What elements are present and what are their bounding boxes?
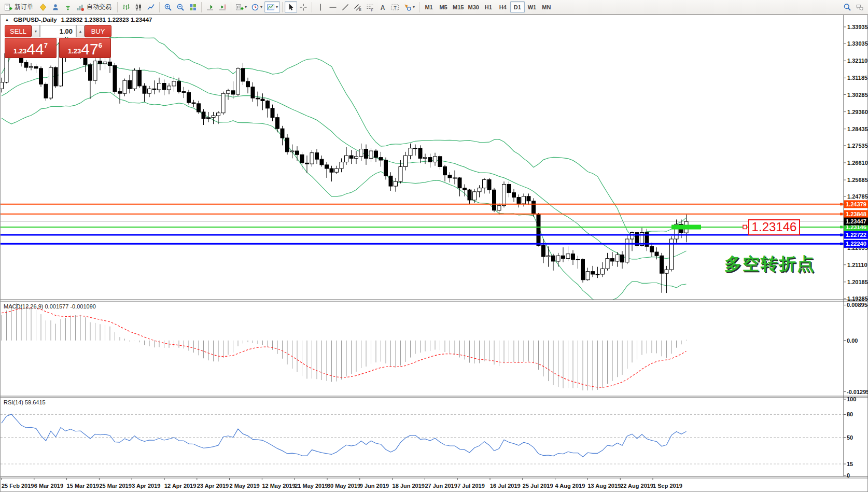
crosshair-icon xyxy=(299,3,307,11)
svg-text:1.24379: 1.24379 xyxy=(846,201,866,207)
autotrading-button[interactable]: 自动交易 xyxy=(74,1,115,13)
timeframe-d1-button[interactable]: D1 xyxy=(510,1,525,13)
svg-text:1.31185: 1.31185 xyxy=(847,75,867,81)
search-icon xyxy=(843,3,851,11)
buy-price-prefix: 1.23 xyxy=(68,47,81,55)
main-toolbar: 新订单 自动交易 ▾ ▾ ▾ E F A T ▾ M1 M5 M15 M30 H… xyxy=(0,0,868,15)
svg-text:1.32110: 1.32110 xyxy=(847,58,867,64)
search-button[interactable] xyxy=(841,1,853,13)
timeframe-m15-button[interactable]: M15 xyxy=(451,1,466,13)
buy-button[interactable]: BUY xyxy=(85,25,111,37)
channel-button[interactable]: E xyxy=(352,1,364,13)
turning-point-annotation[interactable]: 多空转折点 xyxy=(724,252,815,276)
trendline-button[interactable] xyxy=(339,1,352,13)
sell-button[interactable]: SELL xyxy=(5,25,32,37)
signals-button[interactable] xyxy=(62,1,74,13)
horizontal-line-icon xyxy=(329,3,337,11)
macd-indicator-label: MACD(12,26,9) 0.001577 -0.001090 xyxy=(4,303,96,310)
svg-text:3 Apr 2019: 3 Apr 2019 xyxy=(132,483,160,489)
timeframe-mn-button[interactable]: MN xyxy=(539,1,554,13)
buy-price-button[interactable]: 1.23 47 6 xyxy=(59,38,111,58)
svg-text:F: F xyxy=(371,8,373,11)
trade-prices-row: 1.23 44 7 1.23 47 6 xyxy=(5,38,111,58)
chevron-down-icon: ▾ xyxy=(260,5,262,9)
svg-text:1.33935: 1.33935 xyxy=(847,24,868,30)
new-order-label: 新订单 xyxy=(15,3,33,11)
timeframe-m1-button[interactable]: M1 xyxy=(422,1,436,13)
svg-text:0.00: 0.00 xyxy=(847,338,858,344)
tile-windows-button[interactable] xyxy=(187,1,199,13)
svg-text:E: E xyxy=(359,8,362,11)
zoom-out-button[interactable] xyxy=(174,1,187,13)
new-chart-button[interactable]: ▾ xyxy=(233,1,249,13)
svg-text:22 Aug 2019: 22 Aug 2019 xyxy=(620,483,653,489)
svg-text:1.22240: 1.22240 xyxy=(846,241,866,247)
buy-price-pip: 6 xyxy=(99,41,102,49)
svg-text:-0.012957: -0.012957 xyxy=(847,389,868,395)
svg-text:4 Aug 2019: 4 Aug 2019 xyxy=(555,483,585,489)
channel-icon: E xyxy=(354,3,362,11)
svg-text:23 Apr 2019: 23 Apr 2019 xyxy=(197,483,229,489)
candlestick-chart-button[interactable] xyxy=(132,1,145,13)
timeframe-h1-button[interactable]: H1 xyxy=(481,1,496,13)
new-chart-icon xyxy=(235,3,244,11)
new-order-button[interactable]: 新订单 xyxy=(2,1,37,13)
signals-icon xyxy=(64,3,72,11)
svg-text:1.22722: 1.22722 xyxy=(846,232,866,238)
chart-shift-button[interactable] xyxy=(216,1,229,13)
timeframe-h4-button[interactable]: H4 xyxy=(496,1,510,13)
svg-text:80: 80 xyxy=(847,411,853,417)
new-order-icon xyxy=(4,3,12,11)
shapes-button[interactable]: ▾ xyxy=(401,1,417,13)
template-button[interactable]: ▾ xyxy=(264,1,280,13)
price-badges: 1.243791.238481.231461.227221.222401.234… xyxy=(840,200,868,248)
collapse-panel-icon[interactable]: ▲ xyxy=(5,17,9,22)
chevron-down-icon: ▾ xyxy=(245,5,247,9)
bar-chart-button[interactable] xyxy=(120,1,132,13)
svg-text:15: 15 xyxy=(847,461,853,467)
symbol-period-label: GBPUSD-,Daily xyxy=(13,17,57,23)
community-button[interactable] xyxy=(49,1,62,13)
metaeditor-button[interactable] xyxy=(37,1,49,13)
text-button[interactable]: A xyxy=(376,1,389,13)
svg-text:1.33035: 1.33035 xyxy=(847,40,868,47)
sell-price-button[interactable]: 1.23 44 7 xyxy=(5,38,57,58)
line-chart-button[interactable] xyxy=(145,1,157,13)
horizontal-lines[interactable] xyxy=(1,204,844,244)
auto-scroll-icon xyxy=(206,3,214,11)
chevron-down-icon: ▾ xyxy=(276,5,278,9)
toolbar-separator xyxy=(231,2,231,12)
toolbar-right-group xyxy=(841,1,866,13)
timeframe-m30-button[interactable]: M30 xyxy=(466,1,481,13)
svg-text:12 Apr 2019: 12 Apr 2019 xyxy=(164,483,196,489)
volume-increase-button[interactable]: ▲ xyxy=(76,25,85,37)
rsi-indicator-label: RSI(14) 59.6415 xyxy=(4,399,46,405)
buy-price-big: 47 xyxy=(81,43,98,56)
fibonacci-button[interactable]: F xyxy=(364,1,376,13)
auto-scroll-button[interactable] xyxy=(204,1,216,13)
quote-header: ▲ GBPUSD-,Daily 1.22832 1.23831 1.22323 … xyxy=(5,17,152,23)
volume-input[interactable] xyxy=(40,25,76,37)
date-axis[interactable]: 25 Feb 20196 Mar 201915 Mar 201925 Mar 2… xyxy=(2,478,682,489)
zoom-in-button[interactable] xyxy=(162,1,174,13)
cursor-button[interactable] xyxy=(285,1,297,13)
cursor-icon xyxy=(287,3,295,11)
svg-text:1.19285: 1.19285 xyxy=(847,296,868,302)
svg-text:27 Jun 2019: 27 Jun 2019 xyxy=(425,483,457,489)
text-label-button[interactable]: T xyxy=(389,1,401,13)
crosshair-button[interactable] xyxy=(297,1,310,13)
toolbar-separator xyxy=(419,2,419,12)
chat-button[interactable] xyxy=(853,1,866,13)
svg-text:1.23447: 1.23447 xyxy=(846,218,866,224)
autotrading-icon xyxy=(76,3,85,11)
timeframe-w1-button[interactable]: W1 xyxy=(525,1,539,13)
price-annotation-box[interactable]: 1.23146 xyxy=(748,219,800,235)
pane-separators xyxy=(1,300,868,478)
svg-text:100: 100 xyxy=(847,396,856,402)
period-button[interactable]: ▾ xyxy=(249,1,264,13)
shapes-icon xyxy=(403,3,412,11)
timeframe-m5-button[interactable]: M5 xyxy=(436,1,451,13)
volume-decrease-button[interactable]: ▼ xyxy=(32,25,40,37)
horizontal-line-button[interactable] xyxy=(327,1,339,13)
vertical-line-button[interactable] xyxy=(314,1,327,13)
